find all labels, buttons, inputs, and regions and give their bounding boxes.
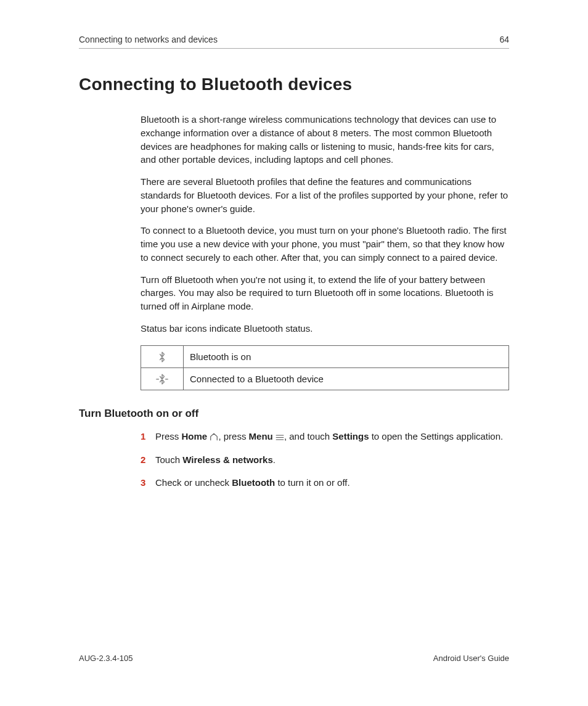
bluetooth-icon	[158, 351, 166, 363]
intro-paragraph-4: Turn off Bluetooth when you're not using…	[141, 273, 509, 313]
home-icon	[210, 431, 218, 445]
step-3: 3 Check or uncheck Bluetooth to turn it …	[141, 476, 509, 490]
intro-paragraph-3: To connect to a Bluetooth device, you mu…	[141, 224, 509, 264]
table-row: Connected to a Bluetooth device	[141, 367, 509, 390]
running-header: Connecting to networks and devices 64	[79, 35, 509, 49]
steps-list: 1 Press Home , press Menu , and touch Se…	[141, 430, 509, 490]
step-text: Check or uncheck Bluetooth to turn it on…	[155, 477, 350, 488]
body-column: Bluetooth is a short-range wireless comm…	[141, 113, 509, 390]
step-number: 2	[141, 453, 145, 467]
step-2: 2 Touch Wireless & networks.	[141, 453, 509, 467]
page-footer: AUG-2.3.4-105 Android User's Guide	[79, 654, 509, 663]
step-1: 1 Press Home , press Menu , and touch Se…	[141, 430, 509, 445]
table-row: Bluetooth is on	[141, 345, 509, 367]
step-text: Press Home , press Menu , and touch Sett…	[155, 431, 503, 441]
header-section: Connecting to networks and devices	[79, 35, 218, 44]
subheading-turn-bluetooth: Turn Bluetooth on or off	[79, 408, 509, 420]
step-number: 3	[141, 476, 145, 490]
bluetooth-connected-icon-cell	[141, 367, 184, 390]
footer-guide-name: Android User's Guide	[433, 654, 509, 663]
header-page-number: 64	[499, 35, 509, 44]
bluetooth-icon-cell	[141, 345, 184, 367]
step-text: Touch Wireless & networks.	[155, 454, 276, 465]
bluetooth-connected-label: Connected to a Bluetooth device	[184, 367, 509, 390]
menu-icon	[276, 431, 284, 445]
intro-paragraph-2: There are several Bluetooth profiles tha…	[141, 175, 509, 215]
intro-paragraph-5: Status bar icons indicate Bluetooth stat…	[141, 322, 509, 335]
step-number: 1	[141, 430, 145, 444]
bluetooth-connected-icon	[155, 374, 169, 385]
intro-paragraph-1: Bluetooth is a short-range wireless comm…	[141, 113, 509, 166]
page-title: Connecting to Bluetooth devices	[79, 75, 509, 94]
status-icon-table: Bluetooth is on Connected to a Bluetooth…	[141, 345, 509, 390]
footer-doc-id: AUG-2.3.4-105	[79, 654, 133, 663]
bluetooth-on-label: Bluetooth is on	[184, 345, 509, 367]
